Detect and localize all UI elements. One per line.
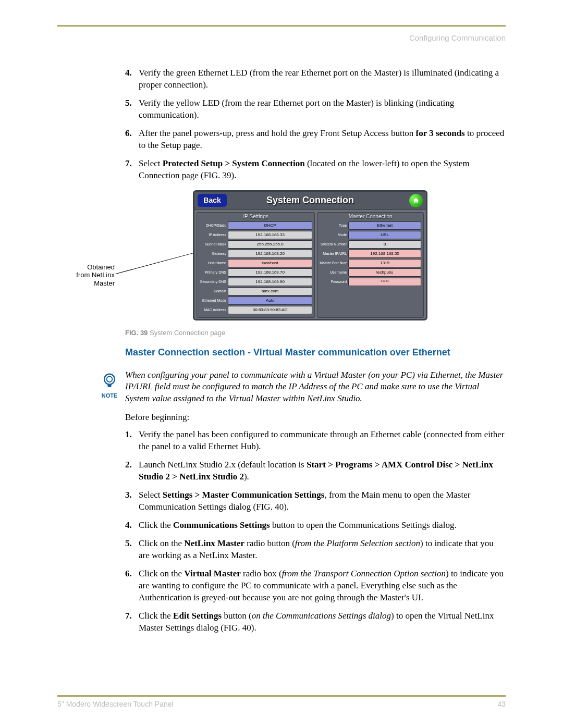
master-connection-heading: Master Connection — [317, 214, 423, 219]
svg-point-0 — [104, 374, 115, 384]
field-label: MAC Address — [199, 308, 226, 312]
callout-label: Obtained from NetLinx Master — [73, 263, 115, 288]
field-label: Host Name — [199, 261, 226, 265]
list-item: 6.After the panel powers-up, press and h… — [125, 128, 506, 152]
field-value[interactable]: techpubs — [348, 268, 421, 277]
callout-line-1 — [116, 252, 194, 274]
panel-row: Domainamx.com — [197, 287, 314, 295]
list-item: 2.Launch NetLinx Studio 2.x (default loc… — [125, 459, 506, 483]
ordered-list-1: 4.Verify the green Ethernet LED (from th… — [125, 67, 506, 182]
field-label: Subnet Mask — [199, 242, 226, 246]
field-label: DHCP/Static — [199, 224, 226, 227]
list-item: 5.Click on the NetLinx Master radio butt… — [125, 538, 506, 562]
footer-page-number: 43 — [497, 700, 506, 708]
field-label: Username — [320, 270, 347, 274]
field-value[interactable]: 192.168.168.20 — [228, 250, 312, 258]
ip-settings-heading: IP Settings — [197, 214, 314, 219]
before-beginning: Before beginning: — [125, 412, 506, 423]
figure-39: Obtained from NetLinx Master Back System… — [125, 190, 506, 326]
panel-row: IP Address192.168.168.33 — [197, 231, 314, 239]
field-value[interactable]: Auto — [228, 297, 312, 305]
field-value[interactable]: 1319 — [348, 259, 421, 267]
field-label: Secondary DNS — [199, 280, 226, 283]
field-value[interactable]: 0 — [348, 240, 421, 249]
list-item: 7.Click the Edit Settings button (on the… — [125, 610, 506, 634]
note-block: NOTE When configuring your panel to comm… — [94, 369, 506, 405]
panel-row: ModeURL — [317, 231, 423, 239]
field-value[interactable]: 255.255.255.0 — [228, 240, 312, 249]
field-value[interactable]: DHCP — [228, 221, 312, 230]
field-value[interactable]: 192.168.168.33 — [228, 231, 312, 239]
panel-row: Subnet Mask255.255.255.0 — [197, 240, 314, 249]
panel-row: Ethernet ModeAuto — [197, 297, 314, 305]
field-value[interactable]: 00:83:83:90:83:AD — [228, 306, 312, 314]
field-value[interactable]: ***** — [348, 278, 421, 286]
back-button[interactable]: Back — [198, 194, 227, 207]
list-item: 5.Verify the yellow LED (from the rear E… — [125, 97, 506, 121]
list-item: 7.Select Protected Setup > System Connec… — [125, 158, 506, 182]
panel-row: DHCP/StaticDHCP — [197, 221, 314, 230]
note-text: When configuring your panel to communica… — [125, 369, 506, 405]
lightbulb-icon — [101, 373, 118, 391]
field-label: Domain — [199, 289, 226, 293]
system-connection-panel: Back System Connection IP Settings DHCP/… — [193, 190, 427, 320]
panel-row: Password***** — [317, 278, 423, 286]
panel-row: Primary DNS192.168.168.70 — [197, 268, 314, 277]
panel-row: MAC Address00:83:83:90:83:AD — [197, 306, 314, 314]
svg-rect-2 — [107, 384, 111, 387]
field-value[interactable]: 192.168.168.90 — [228, 278, 312, 286]
field-value[interactable]: 192.168.168.55 — [348, 250, 421, 258]
field-label: Master IP/URL — [320, 252, 347, 255]
field-label: Mode — [320, 233, 347, 237]
list-item: 4.Verify the green Ethernet LED (from th… — [125, 67, 506, 91]
field-label: Master Port Number — [320, 261, 347, 265]
field-value[interactable]: localhost — [228, 259, 312, 267]
panel-row: Master IP/URL192.168.168.55 — [317, 250, 423, 258]
field-label: Ethernet Mode — [199, 299, 226, 302]
ip-settings-column: IP Settings DHCP/StaticDHCPIP Address192… — [197, 212, 315, 318]
field-label: IP Address — [199, 233, 226, 237]
note-label: NOTE — [94, 392, 125, 399]
field-value[interactable]: Ethernet — [348, 221, 421, 230]
panel-row: Usernametechpubs — [317, 268, 423, 277]
field-value[interactable]: URL — [348, 231, 421, 239]
home-icon[interactable] — [409, 194, 423, 207]
field-label: Gateway — [199, 252, 226, 255]
panel-row: Gateway192.168.168.20 — [197, 250, 314, 258]
ordered-list-2: 1.Verify the panel has been configured t… — [125, 429, 506, 634]
list-item: 4.Click the Communications Settings butt… — [125, 520, 506, 532]
field-value[interactable]: amx.com — [228, 287, 312, 295]
list-item: 3.Select Settings > Master Communication… — [125, 489, 506, 513]
footer-product: 5" Modero Widescreen Touch Panel — [57, 700, 174, 708]
panel-row: Host Namelocalhost — [197, 259, 314, 267]
header-section: Configuring Communication — [57, 33, 506, 42]
field-label: Primary DNS — [199, 270, 226, 274]
section-title: Master Connection section - Virtual Mast… — [125, 347, 506, 358]
figure-caption: FIG. 39 System Connection page — [125, 329, 506, 337]
master-connection-column: Master Connection TypeEthernetModeURLSys… — [317, 212, 424, 318]
panel-row: System Number0 — [317, 240, 423, 249]
panel-title: System Connection — [266, 195, 354, 206]
list-item: 1.Verify the panel has been configured t… — [125, 429, 506, 453]
field-label: System Number — [320, 242, 347, 246]
panel-row: Master Port Number1319 — [317, 259, 423, 267]
panel-row: TypeEthernet — [317, 221, 423, 230]
panel-row: Secondary DNS192.168.168.90 — [197, 278, 314, 286]
list-item: 6.Click on the Virtual Master radio box … — [125, 568, 506, 604]
svg-point-1 — [107, 376, 113, 382]
field-label: Password — [320, 280, 347, 283]
field-value[interactable]: 192.168.168.70 — [228, 268, 312, 277]
field-label: Type — [320, 224, 347, 227]
